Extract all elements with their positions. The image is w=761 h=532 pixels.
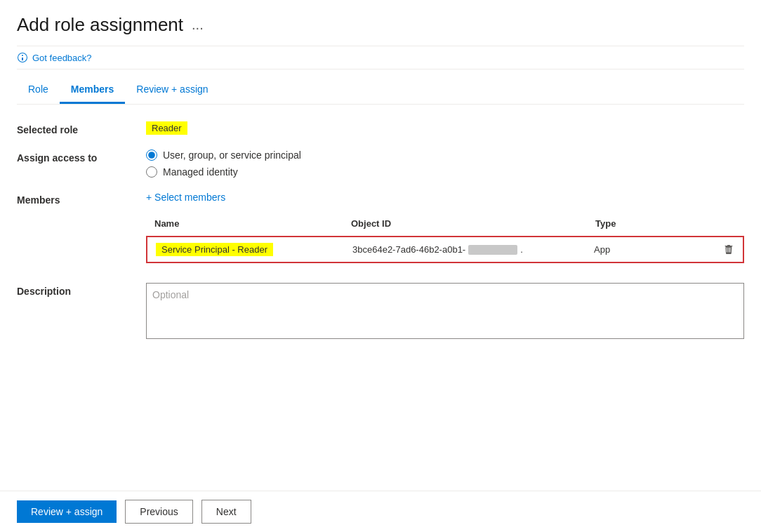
tab-navigation: Role Members Review + assign	[17, 69, 744, 105]
tab-review-assign[interactable]: Review + assign	[125, 77, 219, 104]
selected-role-row: Selected role Reader	[17, 121, 744, 135]
previous-button[interactable]: Previous	[125, 500, 192, 524]
assign-access-label: Assign access to	[17, 149, 129, 164]
member-name-badge: Service Principal - Reader	[156, 243, 273, 256]
col-header-objectid: Object ID	[351, 218, 595, 229]
delete-member-button[interactable]	[699, 244, 734, 255]
object-id-blurred	[468, 245, 517, 255]
selected-role-label: Selected role	[17, 121, 129, 135]
description-value	[146, 283, 744, 341]
description-textarea[interactable]	[146, 283, 744, 339]
main-content: Selected role Reader Assign access to Us…	[0, 105, 761, 491]
members-label: Members	[17, 192, 129, 206]
member-name: Service Principal - Reader	[156, 243, 352, 256]
feedback-label: Got feedback?	[32, 53, 92, 63]
selected-role-value: Reader	[146, 121, 744, 135]
description-row: Description	[17, 283, 744, 341]
tab-role[interactable]: Role	[17, 77, 60, 104]
radio-ugsp-label: User, group, or service principal	[163, 149, 301, 161]
object-id-suffix: .	[520, 244, 523, 255]
tab-members[interactable]: Members	[60, 77, 125, 104]
members-table-header: Name Object ID Type	[146, 214, 744, 233]
page-title: Add role assignment ...	[17, 14, 744, 36]
member-type: App	[594, 244, 699, 255]
members-row: Members + Select members Name Object ID …	[17, 192, 744, 263]
footer: Review + assign Previous Next	[0, 491, 761, 532]
object-id-prefix: 3bce64e2-7ad6-46b2-a0b1-	[352, 244, 465, 255]
next-button[interactable]: Next	[201, 500, 251, 524]
assign-access-row: Assign access to User, group, or service…	[17, 149, 744, 178]
col-header-type: Type	[595, 218, 701, 229]
radio-mi-label: Managed identity	[163, 166, 238, 178]
radio-ugsp-input[interactable]	[146, 149, 157, 161]
select-members-link[interactable]: + Select members	[146, 192, 744, 203]
review-assign-button[interactable]: Review + assign	[17, 500, 117, 523]
description-label: Description	[17, 283, 129, 297]
col-header-name: Name	[154, 218, 351, 229]
radio-mi[interactable]: Managed identity	[146, 166, 744, 178]
member-object-id: 3bce64e2-7ad6-46b2-a0b1-.	[352, 244, 594, 255]
radio-ugsp[interactable]: User, group, or service principal	[146, 149, 744, 161]
feedback-bar[interactable]: Got feedback?	[17, 46, 744, 69]
radio-mi-input[interactable]	[146, 166, 157, 178]
assign-access-options: User, group, or service principal Manage…	[146, 149, 744, 178]
col-header-actions	[701, 218, 736, 229]
table-row: Service Principal - Reader 3bce64e2-7ad6…	[146, 236, 744, 263]
selected-role-badge: Reader	[146, 121, 187, 135]
members-table: Name Object ID Type Service Principal - …	[146, 214, 744, 263]
feedback-icon	[17, 52, 28, 63]
title-menu-icon[interactable]: ...	[192, 17, 204, 33]
